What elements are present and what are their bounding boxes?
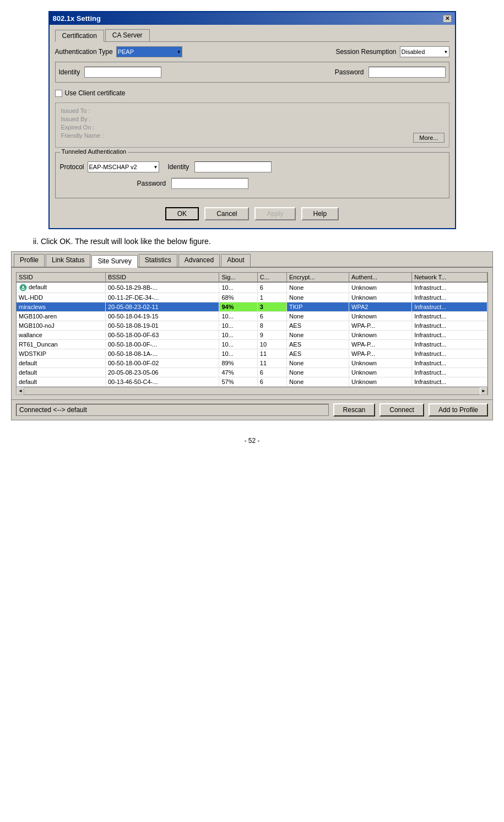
cert-info-box: Issued To : Issued By : Expired On : Fri…: [55, 102, 449, 148]
tunneled-password-input[interactable]: [171, 178, 248, 189]
session-label: Session Resumption: [335, 48, 396, 56]
cell-channel: 10: [257, 340, 286, 349]
table-row[interactable]: wallance00-50-18-00-0F-6310...9NoneUnkno…: [17, 331, 487, 340]
cell-signal: 10...: [219, 349, 257, 359]
add-to-profile-button[interactable]: Add to Profile: [429, 403, 488, 417]
more-button[interactable]: More...: [413, 133, 444, 143]
horizontal-scrollbar[interactable]: ◄ ►: [17, 387, 487, 394]
table-row[interactable]: WDSTKIP00-50-18-08-1A-...10...11AESWPA-P…: [17, 349, 487, 359]
table-row[interactable]: MGB100-noJ00-50-18-08-19-0110...8AESWPA-…: [17, 321, 487, 331]
cell-bssid: 00-50-18-00-0F-...: [105, 340, 219, 349]
dialog-tab-certification[interactable]: Certification: [55, 30, 104, 42]
scroll-right-btn[interactable]: ►: [480, 387, 487, 395]
protocol-select[interactable]: EAP-MSCHAP v2: [88, 161, 159, 172]
tab-site-survey[interactable]: Site Survey: [91, 255, 137, 268]
cell-ssid: MGB100-noJ: [17, 321, 105, 331]
dialog-tab-bar: Certification CA Server: [55, 29, 449, 42]
cell-ssid: wallance: [17, 331, 105, 340]
connect-button[interactable]: Connect: [380, 403, 424, 417]
cell-auth: WPA-P...: [349, 321, 412, 331]
rescan-button[interactable]: Rescan: [333, 403, 376, 417]
scroll-track[interactable]: [24, 389, 480, 393]
cell-encrypt: None: [287, 377, 349, 387]
cell-network: Infrastruct...: [412, 368, 487, 377]
cell-channel: 6: [257, 312, 286, 321]
tab-advanced[interactable]: Advanced: [178, 254, 220, 267]
cell-network: Infrastruct...: [412, 349, 487, 359]
table-row[interactable]: default00-50-18-00-0F-0289%11NoneUnknown…: [17, 359, 487, 368]
tunneled-identity-input[interactable]: [194, 161, 272, 172]
dialog-close-button[interactable]: ✕: [443, 15, 452, 23]
password-input[interactable]: [368, 67, 446, 78]
apply-button[interactable]: Apply: [254, 207, 295, 220]
tab-profile[interactable]: Profile: [14, 254, 45, 267]
cell-ssid: miraclews: [17, 302, 105, 312]
use-client-cert-row: Use Client certificate: [55, 87, 449, 99]
cell-encrypt: None: [287, 359, 349, 368]
tab-about[interactable]: About: [221, 254, 250, 267]
cell-auth: Unknown: [349, 312, 412, 321]
wireless-signal-icon: [19, 284, 29, 290]
table-scroll-container[interactable]: SSID BSSID Sig... C... Encrypt... Authen…: [17, 273, 487, 387]
auth-type-row: Authentication Type PEAP Session Resumpt…: [55, 46, 449, 57]
dialog-tab-ca-server[interactable]: CA Server: [105, 29, 150, 41]
cell-ssid: default: [17, 368, 105, 377]
tunneled-title: Tunneled Authentication: [60, 148, 128, 155]
cell-auth: WPA-P...: [349, 349, 412, 359]
tunneled-auth-group: Tunneled Authentication Protocol EAP-MSC…: [55, 152, 449, 198]
help-button[interactable]: Help: [301, 207, 339, 220]
cell-encrypt: AES: [287, 321, 349, 331]
auth-type-select[interactable]: PEAP: [116, 46, 182, 57]
issued-by-line: Issued By :: [61, 116, 443, 122]
table-row[interactable]: miraclews20-05-08-23-02-1194%3TKIPWPA2In…: [17, 302, 487, 312]
cell-auth: Unknown: [349, 368, 412, 377]
col-auth: Authent...: [349, 273, 412, 282]
cell-bssid: 00-50-18-29-8B-...: [105, 282, 219, 293]
survey-area: SSID BSSID Sig... C... Encrypt... Authen…: [16, 272, 488, 395]
cell-bssid: 20-05-08-23-02-11: [105, 302, 219, 312]
col-bssid: BSSID: [105, 273, 219, 282]
cell-network: Infrastruct...: [412, 302, 487, 312]
identity-input[interactable]: [84, 67, 161, 78]
cell-ssid: default: [17, 359, 105, 368]
cell-ssid: WDSTKIP: [17, 349, 105, 359]
wireless-tab-bar: Profile Link Status Site Survey Statisti…: [12, 252, 492, 268]
page-footer: - 52 -: [11, 437, 493, 445]
table-row[interactable]: default00-50-18-29-8B-...10...6NoneUnkno…: [17, 282, 487, 293]
cell-channel: 11: [257, 359, 286, 368]
wireless-panel: Profile Link Status Site Survey Statisti…: [11, 251, 493, 420]
cell-auth: Unknown: [349, 282, 412, 293]
table-row[interactable]: RT61_Duncan00-50-18-00-0F-...10...10AESW…: [17, 340, 487, 349]
panel-footer: Connected <--> default Rescan Connect Ad…: [12, 399, 492, 420]
cell-channel: 6: [257, 377, 286, 387]
cell-signal: 68%: [219, 293, 257, 302]
table-row[interactable]: MGB100-aren00-50-18-04-19-1510...6NoneUn…: [17, 312, 487, 321]
tab-statistics[interactable]: Statistics: [139, 254, 177, 267]
cell-network: Infrastruct...: [412, 340, 487, 349]
table-row[interactable]: WL-HDD00-11-2F-DE-34-...68%1NoneUnknownI…: [17, 293, 487, 302]
cell-encrypt: None: [287, 282, 349, 293]
cell-ssid: RT61_Duncan: [17, 340, 105, 349]
tunneled-identity-label: Identity: [168, 163, 189, 171]
tab-link-status[interactable]: Link Status: [46, 254, 90, 267]
cell-signal: 89%: [219, 359, 257, 368]
cell-bssid: 00-50-18-08-1A-...: [105, 349, 219, 359]
table-row[interactable]: default00-13-46-50-C4-...57%6NoneUnknown…: [17, 377, 487, 387]
cancel-button[interactable]: Cancel: [204, 207, 249, 220]
session-select[interactable]: Disabled: [400, 46, 449, 57]
cell-auth: WPA2: [349, 302, 412, 312]
cell-signal: 10...: [219, 321, 257, 331]
cell-encrypt: None: [287, 368, 349, 377]
table-row[interactable]: default20-05-08-23-05-0647%6NoneUnknownI…: [17, 368, 487, 377]
connection-status: Connected <--> default: [16, 404, 329, 416]
cell-bssid: 00-50-18-00-0F-02: [105, 359, 219, 368]
cell-auth: Unknown: [349, 359, 412, 368]
session-select-wrapper: Disabled: [400, 46, 449, 57]
cell-signal: 10...: [219, 312, 257, 321]
ok-button[interactable]: OK: [165, 207, 199, 220]
col-network: Network T...: [412, 273, 487, 282]
cell-network: Infrastruct...: [412, 331, 487, 340]
scroll-left-btn[interactable]: ◄: [17, 387, 24, 395]
use-client-cert-checkbox[interactable]: [55, 90, 62, 97]
cell-encrypt: None: [287, 312, 349, 321]
